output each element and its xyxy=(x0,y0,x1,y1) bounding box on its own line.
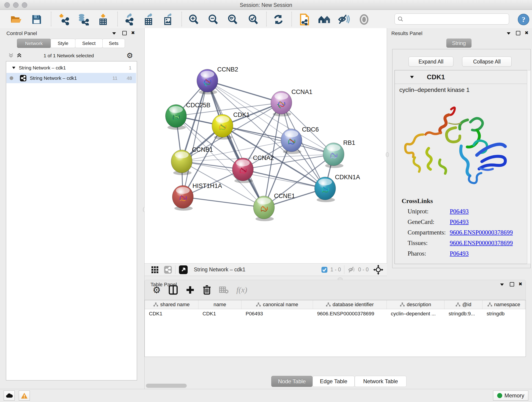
export-image-icon[interactable] xyxy=(162,13,174,26)
table-cell[interactable]: stringdb:9... xyxy=(444,311,482,317)
function-builder-icon[interactable]: f(x) xyxy=(236,286,247,294)
float-panel-icon[interactable] xyxy=(122,31,127,35)
memory-button[interactable]: Memory xyxy=(493,390,528,401)
network-node[interactable] xyxy=(232,158,253,183)
table-cell[interactable]: cyclin–dependent ... xyxy=(387,311,444,317)
network-view-icon[interactable] xyxy=(164,266,172,274)
zoom-fit-icon[interactable] xyxy=(226,13,239,26)
delete-table-icon[interactable] xyxy=(219,286,229,294)
table-cell[interactable]: stringdb xyxy=(482,311,525,317)
network-node[interactable] xyxy=(172,185,193,211)
network-node[interactable] xyxy=(323,143,344,168)
close-panel-icon[interactable]: ✖ xyxy=(131,30,135,36)
float-panel-icon[interactable] xyxy=(510,282,514,287)
network-row[interactable]: String Network – cdk1 11 48 xyxy=(6,73,136,83)
collection-expander-icon[interactable] xyxy=(12,66,16,69)
tab-network[interactable]: Network xyxy=(17,39,51,48)
crosslink-value[interactable]: 9606.ENSP00000378699 xyxy=(450,229,513,236)
export-table-icon[interactable] xyxy=(143,13,155,26)
network-collection-row[interactable]: String Network – cdk1 1 xyxy=(6,63,136,73)
right-splitter-handle[interactable] xyxy=(386,152,389,157)
table-cell[interactable]: 9606.ENSP00000378699 xyxy=(313,311,387,317)
zoom-out-icon[interactable] xyxy=(207,13,219,26)
expand-all-networks-icon[interactable] xyxy=(17,53,22,58)
crosslink-value[interactable]: P06493 xyxy=(450,250,469,257)
table-cell[interactable]: CDK1 xyxy=(198,311,241,317)
crosslink-label: Compartments: xyxy=(408,229,446,236)
network-edge[interactable] xyxy=(207,81,281,103)
network-edge[interactable] xyxy=(183,81,207,197)
network-node[interactable] xyxy=(271,91,292,116)
network-node[interactable] xyxy=(281,129,302,154)
table-cell[interactable]: CDK1 xyxy=(145,311,198,317)
float-panel-icon[interactable] xyxy=(516,31,520,35)
column-header-database-identifier[interactable]: database identifier xyxy=(313,300,387,309)
collapse-all-networks-icon[interactable] xyxy=(8,53,14,58)
crosslink-value[interactable]: P06493 xyxy=(450,218,469,225)
save-session-icon[interactable] xyxy=(31,13,43,26)
expand-all-button[interactable]: Expand All xyxy=(409,57,453,67)
warnings-button[interactable] xyxy=(19,390,30,401)
network-edge[interactable] xyxy=(183,197,264,207)
detach-view-icon[interactable] xyxy=(179,265,188,274)
delete-column-icon[interactable] xyxy=(203,285,211,295)
network-node[interactable] xyxy=(315,177,336,202)
import-network-from-database-icon[interactable] xyxy=(77,13,90,26)
add-column-icon[interactable] xyxy=(186,285,195,294)
network-node[interactable] xyxy=(212,114,233,140)
cloud-button[interactable] xyxy=(4,390,15,401)
panel-menu-icon[interactable] xyxy=(506,32,511,35)
tab-select[interactable]: Select xyxy=(75,39,103,48)
section-expander-icon[interactable] xyxy=(410,76,414,79)
help-icon[interactable]: ? xyxy=(517,13,530,26)
network-node[interactable] xyxy=(165,104,186,130)
grid-view-icon[interactable] xyxy=(151,266,159,274)
collapse-all-button[interactable]: Collapse All xyxy=(462,57,512,67)
tab-node-table[interactable]: Node Table xyxy=(271,376,312,387)
network-node[interactable] xyxy=(253,196,274,221)
show-graphics-details-icon[interactable] xyxy=(358,13,370,26)
panel-menu-icon[interactable] xyxy=(500,283,504,286)
tab-style[interactable]: Style xyxy=(51,39,75,48)
results-scrollbar[interactable] xyxy=(527,70,531,264)
open-session-icon[interactable] xyxy=(10,13,22,26)
close-panel-icon[interactable]: ✖ xyxy=(525,30,529,36)
first-neighbors-icon[interactable] xyxy=(318,13,330,26)
column-header--id[interactable]: @id xyxy=(444,300,482,309)
selected-checkbox-icon[interactable] xyxy=(321,267,328,273)
column-header-namespace[interactable]: namespace xyxy=(482,300,525,309)
import-table-icon[interactable] xyxy=(97,13,109,26)
export-network-icon[interactable] xyxy=(123,13,136,26)
hidden-eye-icon[interactable] xyxy=(348,266,356,273)
search-input[interactable] xyxy=(404,16,509,22)
crosslink-value[interactable]: 9606.ENSP00000378699 xyxy=(450,240,513,247)
column-header-shared-name[interactable]: shared name xyxy=(145,300,198,309)
hide-selected-icon[interactable] xyxy=(337,13,350,26)
crosslink-value[interactable]: P06493 xyxy=(450,208,469,215)
string-document-icon[interactable] xyxy=(298,13,311,26)
network-edge[interactable] xyxy=(243,169,325,188)
table-cell[interactable]: P06493 xyxy=(241,311,313,317)
close-panel-icon[interactable]: ✖ xyxy=(519,281,522,287)
pan-crosshair-icon[interactable] xyxy=(373,265,383,275)
panel-menu-icon[interactable] xyxy=(112,32,116,35)
tab-network-table[interactable]: Network Table xyxy=(355,376,406,387)
scrollbar-thumb[interactable] xyxy=(146,384,187,388)
table-row[interactable]: CDK1CDK1P064939606.ENSP00000378699cyclin… xyxy=(145,309,526,318)
zoom-in-icon[interactable] xyxy=(187,13,200,26)
column-header-canonical-name[interactable]: canonical name xyxy=(241,300,313,309)
network-node[interactable] xyxy=(171,150,192,175)
network-options-gear-icon[interactable]: ⚙ xyxy=(127,51,133,60)
tab-string[interactable]: String xyxy=(446,38,472,48)
network-canvas[interactable]: CCNB2CCNA1CDC25BCDK1CDC6RB1CCNB1CCNA2CDK… xyxy=(145,28,387,263)
tab-sets[interactable]: Sets xyxy=(102,39,125,48)
gene-section-header[interactable]: CDK1 xyxy=(395,70,529,84)
tab-edge-table[interactable]: Edge Table xyxy=(312,376,355,387)
status-bar: Memory xyxy=(0,389,532,402)
column-header-description[interactable]: description xyxy=(387,300,444,309)
zoom-selected-icon[interactable] xyxy=(247,13,259,26)
refresh-icon[interactable] xyxy=(272,13,285,26)
import-network-icon[interactable] xyxy=(58,13,70,26)
network-node[interactable] xyxy=(197,69,218,95)
column-header-name[interactable]: name xyxy=(198,300,241,309)
